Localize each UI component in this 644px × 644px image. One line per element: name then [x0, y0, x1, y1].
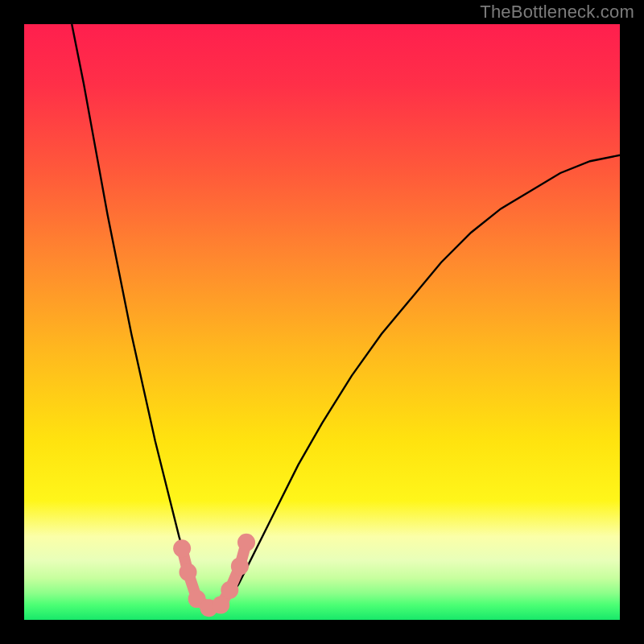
- chart-stage: TheBottleneck.com: [0, 0, 644, 644]
- marker-dot: [173, 539, 191, 557]
- marker-dot: [180, 564, 197, 581]
- marker-dot: [237, 534, 255, 551]
- watermark-text: TheBottleneck.com: [480, 2, 634, 23]
- bottleneck-chart: [0, 0, 644, 644]
- marker-dot: [221, 581, 238, 599]
- plot-background: [24, 24, 620, 620]
- marker-dot: [212, 597, 229, 614]
- marker-dot: [231, 557, 249, 575]
